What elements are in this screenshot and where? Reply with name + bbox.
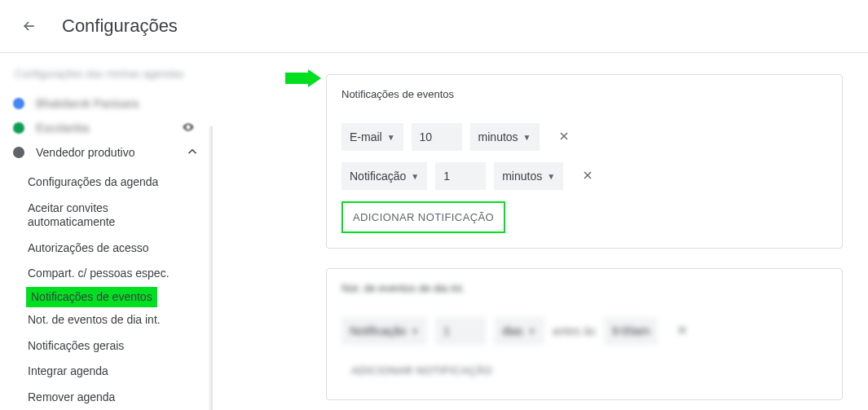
dropdown-label: minutos [502, 170, 542, 183]
close-icon [581, 169, 594, 182]
sidebar-item-allday-notifications[interactable]: Not. de eventos de dia int. [26, 307, 200, 333]
notification-row: Notificação ▼ dias ▼ antes às 9:00am [341, 317, 827, 345]
sidebar-item-share-people[interactable]: Compart. c/ pessoas espec. [26, 261, 200, 287]
calendar-label: Escolanba [36, 121, 182, 134]
app-header: Configurações [0, 0, 868, 52]
sidebar-item-integrate[interactable]: Integrar agenda [26, 359, 200, 385]
card-allday-notifications: Not. de eventos de dia int. Notificação … [326, 268, 843, 400]
annotation-arrow-icon [285, 69, 321, 90]
sidebar-calendar-item[interactable]: Bhakdarok Panisara [13, 91, 200, 116]
sidebar-item-event-notifications[interactable]: Notificações de eventos [26, 287, 157, 308]
settings-main: Notificações de eventos E-mail ▼ minutos… [214, 53, 868, 410]
arrow-left-icon [21, 18, 37, 34]
notification-value-input[interactable] [435, 162, 486, 190]
eye-icon [182, 121, 195, 136]
notification-unit-dropdown[interactable]: dias ▼ [494, 317, 544, 345]
dropdown-arrow-icon: ▼ [411, 327, 419, 336]
notification-row: Notificação ▼ minutos ▼ [341, 162, 827, 190]
card-title: Notificações de eventos [341, 88, 827, 100]
remove-notification-button[interactable] [557, 130, 571, 145]
back-button[interactable] [20, 16, 39, 36]
sidebar-item-general-notifications[interactable]: Notificações gerais [26, 333, 200, 359]
dropdown-arrow-icon: ▼ [387, 133, 395, 142]
calendar-color-dot-icon [13, 147, 24, 158]
sidebar-subitems: Configurações da agenda Aceitar convites… [26, 170, 200, 410]
notification-before-label: antes às [553, 324, 596, 337]
sidebar-item-calendar-settings[interactable]: Configurações da agenda [26, 170, 200, 196]
dropdown-label: E-mail [350, 130, 382, 143]
sidebar-item-auto-accept[interactable]: Aceitar convites automaticamente [26, 196, 200, 236]
notification-time-dropdown[interactable]: 9:00am [604, 317, 659, 345]
notification-row: E-mail ▼ minutos ▼ [341, 123, 827, 151]
chevron-up-icon [185, 144, 200, 161]
calendar-label: Bhakdarok Panisara [36, 97, 200, 110]
remove-notification-button[interactable] [676, 324, 689, 339]
notification-value-input[interactable] [412, 123, 462, 151]
calendar-label: Vendedor produtivo [36, 146, 185, 159]
dropdown-arrow-icon: ▼ [528, 327, 536, 336]
notification-unit-dropdown[interactable]: minutos ▼ [494, 162, 563, 190]
add-notification-button[interactable]: ADICIONAR NOTIFICAÇÃO [341, 356, 502, 385]
sidebar-section-header: Configurações das minhas agendas [13, 68, 200, 80]
remove-notification-button[interactable] [581, 169, 594, 184]
dropdown-label: dias [502, 324, 523, 337]
card-title: Not. de eventos de dia int. [341, 282, 827, 294]
dropdown-label: 9:00am [612, 324, 650, 337]
sidebar-item-access-permissions[interactable]: Autorizações de acesso [26, 236, 200, 262]
page-title: Configurações [62, 15, 178, 37]
sidebar-shadow [208, 126, 213, 410]
notification-type-dropdown[interactable]: Notificação ▼ [341, 162, 427, 190]
dropdown-label: Notificação [350, 170, 406, 183]
calendar-color-dot-icon [13, 122, 24, 134]
dropdown-arrow-icon: ▼ [411, 172, 419, 181]
svg-marker-0 [285, 69, 321, 87]
sidebar-calendar-item-active[interactable]: Vendedor produtivo [13, 140, 200, 165]
close-icon [676, 324, 689, 337]
notification-unit-dropdown[interactable]: minutos ▼ [470, 123, 540, 151]
dropdown-label: minutos [478, 130, 518, 143]
add-notification-button[interactable]: ADICIONAR NOTIFICAÇÃO [341, 201, 505, 233]
card-event-notifications: Notificações de eventos E-mail ▼ minutos… [326, 74, 843, 249]
sidebar-calendar-item[interactable]: Escolanba [13, 116, 200, 140]
dropdown-label: Notificação [350, 324, 406, 337]
notification-value-input[interactable] [435, 317, 486, 345]
notification-type-dropdown[interactable]: Notificação ▼ [341, 317, 427, 345]
dropdown-arrow-icon: ▼ [547, 172, 555, 181]
sidebar-item-remove[interactable]: Remover agenda [26, 385, 200, 411]
calendar-color-dot-icon [13, 98, 24, 109]
settings-sidebar: Configurações das minhas agendas Bhakdar… [0, 53, 214, 410]
close-icon [557, 130, 571, 143]
dropdown-arrow-icon: ▼ [523, 133, 531, 142]
notification-type-dropdown[interactable]: E-mail ▼ [341, 123, 403, 151]
